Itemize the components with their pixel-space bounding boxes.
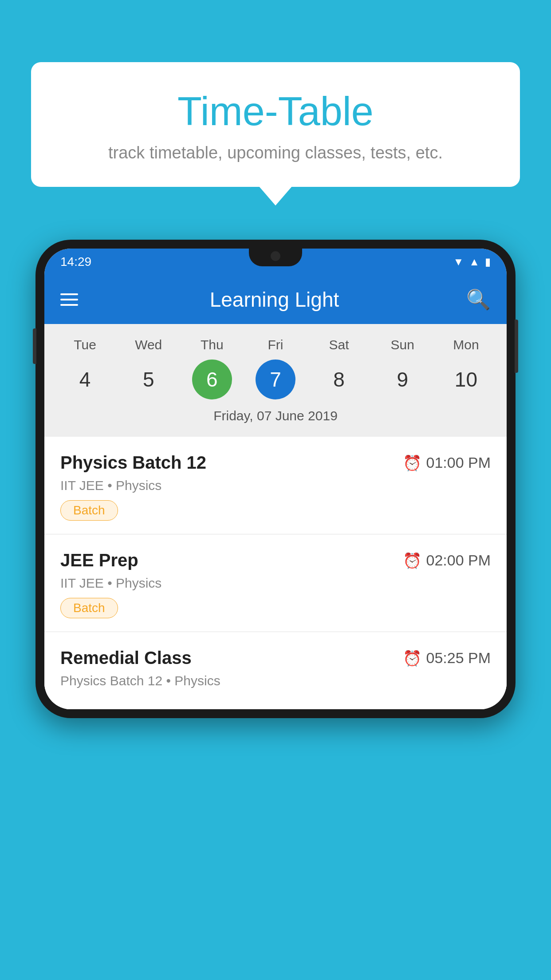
schedule-time-text: 01:00 PM: [426, 454, 491, 471]
signal-icon: ▲: [469, 256, 480, 268]
weekday-col-wed[interactable]: Wed5: [122, 337, 175, 399]
day-number[interactable]: 5: [129, 360, 169, 399]
schedule-item-header: JEE Prep⏰02:00 PM: [60, 550, 491, 570]
phone-screen: 14:29 ▼ ▲ ▮ Learning Light 🔍: [44, 249, 507, 709]
weekday-label: Sun: [391, 337, 414, 352]
clock-icon: ⏰: [403, 649, 421, 667]
hamburger-line-1: [60, 293, 78, 295]
hamburger-line-2: [60, 299, 78, 300]
volume-button: [33, 328, 36, 364]
day-number[interactable]: 10: [446, 360, 486, 399]
weekdays-row: Tue4Wed5Thu6Fri7Sat8Sun9Mon10: [44, 333, 507, 404]
weekday-col-thu[interactable]: Thu6: [185, 337, 239, 399]
schedule-time-text: 02:00 PM: [426, 552, 491, 569]
weekday-col-mon[interactable]: Mon10: [439, 337, 492, 399]
schedule-subtitle: IIT JEE • Physics: [60, 576, 491, 591]
schedule-subtitle: IIT JEE • Physics: [60, 478, 491, 493]
day-number[interactable]: 6: [192, 360, 232, 399]
day-number[interactable]: 7: [256, 360, 295, 399]
schedule-item-header: Remedial Class⏰05:25 PM: [60, 648, 491, 668]
feature-subtitle: track timetable, upcoming classes, tests…: [53, 143, 498, 162]
schedule-title: JEE Prep: [60, 550, 138, 570]
status-icons: ▼ ▲ ▮: [453, 256, 491, 268]
speech-bubble: Time-Table track timetable, upcoming cla…: [31, 62, 520, 187]
wifi-icon: ▼: [453, 256, 464, 268]
weekday-label: Wed: [135, 337, 162, 352]
clock-icon: ⏰: [403, 552, 421, 569]
app-title: Learning Light: [96, 288, 453, 312]
schedule-item[interactable]: JEE Prep⏰02:00 PMIIT JEE • PhysicsBatch: [44, 534, 507, 632]
weekday-col-fri[interactable]: Fri7: [249, 337, 302, 399]
weekday-label: Tue: [74, 337, 96, 352]
app-bar: Learning Light 🔍: [44, 275, 507, 324]
batch-badge: Batch: [60, 598, 118, 618]
schedule-item-header: Physics Batch 12⏰01:00 PM: [60, 453, 491, 473]
batch-badge: Batch: [60, 500, 118, 521]
weekday-label: Mon: [453, 337, 479, 352]
schedule-list: Physics Batch 12⏰01:00 PMIIT JEE • Physi…: [44, 437, 507, 709]
battery-icon: ▮: [485, 256, 491, 268]
weekday-col-tue[interactable]: Tue4: [59, 337, 112, 399]
power-button: [515, 320, 518, 373]
status-time: 14:29: [60, 255, 91, 269]
clock-icon: ⏰: [403, 454, 421, 472]
selected-date-label: Friday, 07 June 2019: [44, 404, 507, 432]
schedule-title: Physics Batch 12: [60, 453, 206, 473]
hamburger-menu-icon[interactable]: [60, 293, 78, 306]
phone-camera: [271, 251, 280, 261]
speech-bubble-container: Time-Table track timetable, upcoming cla…: [31, 62, 520, 187]
schedule-title: Remedial Class: [60, 648, 192, 668]
weekday-col-sat[interactable]: Sat8: [312, 337, 366, 399]
schedule-time-text: 05:25 PM: [426, 649, 491, 667]
day-number[interactable]: 9: [382, 360, 422, 399]
feature-title: Time-Table: [53, 89, 498, 134]
schedule-time: ⏰02:00 PM: [403, 552, 491, 569]
schedule-time: ⏰01:00 PM: [403, 454, 491, 472]
phone-mockup: 14:29 ▼ ▲ ▮ Learning Light 🔍: [35, 240, 516, 718]
weekday-label: Fri: [268, 337, 283, 352]
day-number[interactable]: 4: [65, 360, 105, 399]
schedule-item[interactable]: Remedial Class⏰05:25 PMPhysics Batch 12 …: [44, 632, 507, 709]
day-number[interactable]: 8: [319, 360, 359, 399]
weekday-label: Thu: [201, 337, 224, 352]
phone-body: 14:29 ▼ ▲ ▮ Learning Light 🔍: [35, 240, 516, 718]
schedule-item[interactable]: Physics Batch 12⏰01:00 PMIIT JEE • Physi…: [44, 437, 507, 534]
weekday-col-sun[interactable]: Sun9: [376, 337, 429, 399]
schedule-time: ⏰05:25 PM: [403, 649, 491, 667]
weekday-label: Sat: [329, 337, 349, 352]
hamburger-line-3: [60, 304, 78, 306]
search-icon[interactable]: 🔍: [466, 288, 491, 311]
calendar-section: Tue4Wed5Thu6Fri7Sat8Sun9Mon10 Friday, 07…: [44, 324, 507, 437]
schedule-subtitle: Physics Batch 12 • Physics: [60, 673, 491, 688]
